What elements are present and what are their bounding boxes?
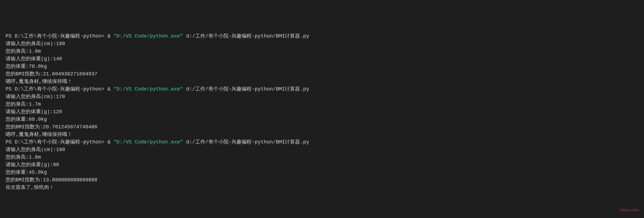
output-line: 您的身高:1.7m bbox=[6, 101, 638, 108]
output-line: 您的身高:1.8m bbox=[6, 48, 638, 55]
output-line: 您的BMI指数为:20.761245674740486 bbox=[6, 123, 638, 131]
output-line: 请输入您的体重(g):90 bbox=[6, 161, 638, 169]
output-line: 您的体重:45.0kg bbox=[6, 169, 638, 176]
output-line: 您的身高:1.8m bbox=[6, 154, 638, 161]
watermark-text: Yuucn.com bbox=[620, 207, 639, 213]
output-line: 请输入您的身高(cm):180 bbox=[6, 40, 638, 48]
python-exe-path: "D:/VS Code/python.exe" bbox=[113, 33, 183, 39]
output-line: 请输入您的身高(cm):170 bbox=[6, 93, 638, 101]
ps-prompt: PS D:\工作\有个小院-兴趣编程-python> & bbox=[6, 86, 113, 92]
output-line: 您的BMI指数为:13.888888888888888 bbox=[6, 176, 638, 184]
output-line: 您的BMI指数为:21.604938271604937 bbox=[6, 70, 638, 78]
output-line: 您的体重:60.0kg bbox=[6, 116, 638, 123]
command-line: PS D:\工作\有个小院-兴趣编程-python> & "D:/VS Code… bbox=[6, 33, 638, 40]
python-exe-path: "D:/VS Code/python.exe" bbox=[113, 139, 183, 145]
script-argument: d:/工作/有个小院-兴趣编程-python/BMI计算器.py bbox=[183, 86, 309, 92]
output-line: 请输入您的体重(g):140 bbox=[6, 55, 638, 63]
terminal-output[interactable]: PS D:\工作\有个小院-兴趣编程-python> & "D:/VS Code… bbox=[6, 33, 638, 191]
ps-prompt: PS D:\工作\有个小院-兴趣编程-python> & bbox=[6, 139, 113, 145]
output-line: 您的体重:70.0kg bbox=[6, 63, 638, 70]
script-argument: d:/工作/有个小院-兴趣编程-python/BMI计算器.py bbox=[183, 139, 309, 145]
output-line: 嗯哼,魔鬼身材,继续保持哦！ bbox=[6, 78, 638, 85]
output-line: 嗯哼,魔鬼身材,继续保持哦！ bbox=[6, 131, 638, 138]
script-argument: d:/工作/有个小院-兴趣编程-python/BMI计算器.py bbox=[183, 33, 309, 39]
command-line: PS D:\工作\有个小院-兴趣编程-python> & "D:/VS Code… bbox=[6, 85, 638, 93]
output-line: 请输入您的身高(cm):180 bbox=[6, 146, 638, 154]
python-exe-path: "D:/VS Code/python.exe" bbox=[113, 86, 183, 92]
ps-prompt: PS D:\工作\有个小院-兴趣编程-python> & bbox=[6, 33, 113, 39]
output-line: 请输入您的体重(g):120 bbox=[6, 108, 638, 116]
output-line: 你太苗条了,快吃肉！ bbox=[6, 184, 638, 191]
command-line: PS D:\工作\有个小院-兴趣编程-python> & "D:/VS Code… bbox=[6, 138, 638, 146]
